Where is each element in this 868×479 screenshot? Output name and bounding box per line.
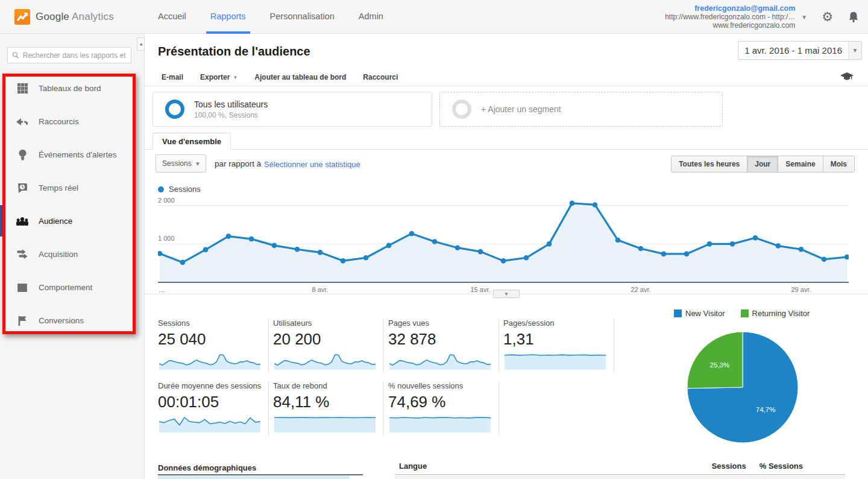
sidebar-item-label: Acquisition <box>39 250 78 259</box>
sessions-column-header[interactable]: Sessions <box>712 462 746 471</box>
demographics-underline <box>158 474 363 475</box>
nav-admin[interactable]: Admin <box>347 0 395 34</box>
sidebar-item-label: Temps réel <box>39 183 78 192</box>
chart-collapse-handle[interactable]: ▼ <box>493 290 520 298</box>
audience-people-icon <box>16 217 28 226</box>
metric-card-utilisateurs[interactable]: Utilisateurs 20 200 <box>273 319 382 370</box>
sidebar-item-temps-reel[interactable]: Temps réel <box>0 171 144 205</box>
search-input[interactable] <box>23 51 127 60</box>
metric-card-pages-vues[interactable]: Pages vues 32 878 <box>388 319 497 370</box>
demographics-selected-row[interactable] <box>158 476 350 479</box>
metric-label: Taux de rebond <box>273 381 382 392</box>
sidebar-item-evenements-alertes[interactable]: Événements d'alertes <box>0 138 144 171</box>
granularity-day-button[interactable]: Jour <box>747 156 778 173</box>
sidebar: Tableaux de bord Raccourcis Événements d… <box>0 34 145 479</box>
nav-accueil[interactable]: Accueil <box>146 0 198 34</box>
sessions-line-chart[interactable]: 1 0002 000…8 avr.15 avr.22 avr.29 avr. <box>158 198 849 296</box>
visitor-type-pie-chart[interactable]: 74,7%25,3% <box>680 327 807 451</box>
sidebar-item-label: Événements d'alertes <box>39 150 116 159</box>
card-separator <box>383 319 384 373</box>
card-separator <box>268 319 269 373</box>
pie-legend: New Visitor Returning Visitor <box>674 309 810 318</box>
metric-card-nouvelles-sessions[interactable]: % nouvelles sessions 74,69 % <box>388 381 497 433</box>
report-toolbar: E-mail Exporter▼ Ajouter au tableau de b… <box>145 69 868 86</box>
svg-text:…: … <box>159 286 165 293</box>
granularity-week-button[interactable]: Semaine <box>778 156 823 173</box>
granularity-buttons: Toutes les heures Jour Semaine Mois <box>671 156 855 173</box>
bell-icon[interactable] <box>848 10 860 24</box>
sessions-legend-label: Sessions <box>169 185 201 194</box>
account-view: www.fredericgonzalo.com <box>665 21 795 30</box>
language-table-row[interactable] <box>395 475 845 479</box>
sidebar-item-raccourcis[interactable]: Raccourcis <box>0 105 144 138</box>
card-separator <box>614 319 614 373</box>
conversions-flag-icon <box>16 316 28 326</box>
nav-rapports[interactable]: Rapports <box>198 0 258 34</box>
tab-vue-densemble[interactable]: Vue d'ensemble <box>153 133 231 150</box>
alert-bulb-icon <box>16 150 28 160</box>
gear-icon[interactable]: ⚙ <box>822 10 833 24</box>
new-sessions-sparkline <box>388 414 492 433</box>
brand-logo[interactable]: GoogleAnalytics <box>14 0 114 34</box>
shortcut-button[interactable]: Raccourci <box>354 73 406 81</box>
svg-text:2 000: 2 000 <box>158 198 175 204</box>
segment-ring-icon <box>165 100 184 119</box>
sidebar-collapse-button[interactable]: ◂ <box>137 37 145 51</box>
metric-card-taux-de-rebond[interactable]: Taux de rebond 84,11 % <box>273 381 382 433</box>
sidebar-item-tableaux-de-bord[interactable]: Tableaux de bord <box>0 72 144 105</box>
granularity-month-button[interactable]: Mois <box>823 156 855 173</box>
pct-sessions-column-header[interactable]: % Sessions <box>760 462 803 471</box>
nav-personnalisation[interactable]: Personnalisation <box>258 0 347 34</box>
intelligence-graduation-cap-icon[interactable] <box>840 72 854 81</box>
metric-select-dropdown[interactable]: Sessions ▼ <box>156 154 206 173</box>
pages-per-session-sparkline <box>503 352 607 370</box>
svg-text:74,7%: 74,7% <box>756 406 776 413</box>
sidebar-item-label: Comportement <box>39 283 92 292</box>
bounce-rate-sparkline <box>273 414 377 433</box>
add-to-dashboard-button[interactable]: Ajouter au tableau de bord <box>246 73 354 81</box>
add-segment-button[interactable]: + Ajouter un segment <box>439 92 723 127</box>
chart-legend: Sessions <box>158 185 201 194</box>
granularity-hourly-button[interactable]: Toutes les heures <box>671 156 747 173</box>
sessions-sparkline <box>158 352 262 370</box>
vs-label: par rapport à <box>215 159 261 168</box>
metric-label: % nouvelles sessions <box>388 381 497 392</box>
export-button[interactable]: Exporter▼ <box>192 73 246 81</box>
svg-text:8 avr.: 8 avr. <box>312 286 329 293</box>
legend-returning-visitor: Returning Visitor <box>741 309 810 318</box>
add-segment-label: + Ajouter un segment <box>481 104 561 114</box>
email-button[interactable]: E-mail <box>153 73 192 81</box>
realtime-clock-icon <box>16 183 28 194</box>
sidebar-item-label: Tableaux de bord <box>39 84 101 93</box>
svg-text:15 avr.: 15 avr. <box>470 286 490 293</box>
analytics-logo-icon <box>14 9 30 25</box>
segment-all-users[interactable]: Tous les utilisateurs 100,00 %, Sessions <box>153 92 432 127</box>
sidebar-item-comportement[interactable]: Comportement <box>0 271 144 304</box>
account-property: http://www.fredericgonzalo.com - http:/… <box>665 13 795 21</box>
top-nav: Accueil Rapports Personnalisation Admin <box>146 0 395 34</box>
metric-value: 74,69 % <box>388 393 497 412</box>
metric-value: 20 200 <box>273 330 382 349</box>
new-visitor-swatch <box>674 309 682 317</box>
behavior-layout-icon <box>16 284 28 292</box>
date-range-picker[interactable]: 1 avr. 2016 - 1 mai 2016 ▼ <box>738 41 862 60</box>
language-column-header[interactable]: Langue <box>399 462 427 471</box>
metric-card-duree-moyenne[interactable]: Durée moyenne des sessions 00:01:05 <box>158 381 266 433</box>
select-statistic-link[interactable]: Sélectionner une statistique <box>264 160 360 169</box>
sidebar-item-conversions[interactable]: Conversions <box>0 304 144 337</box>
sidebar-item-label: Audience <box>39 217 72 226</box>
metric-card-sessions[interactable]: Sessions 25 040 <box>158 319 266 370</box>
top-bar: GoogleAnalytics Accueil Rapports Personn… <box>0 0 868 34</box>
sidebar-item-audience[interactable]: Audience <box>0 205 144 238</box>
account-email: fredericgonzalo@gmail.com <box>665 4 795 13</box>
metric-card-pages-session[interactable]: Pages/session 1,31 <box>503 319 612 370</box>
account-selector[interactable]: fredericgonzalo@gmail.com http://www.fre… <box>665 4 807 30</box>
date-range-value: 1 avr. 2016 - 1 mai 2016 <box>738 42 848 59</box>
report-search[interactable] <box>7 47 131 63</box>
users-sparkline <box>273 352 377 370</box>
google-analytics-app: GoogleAnalytics Accueil Rapports Personn… <box>0 0 868 479</box>
sidebar-item-acquisition[interactable]: Acquisition <box>0 238 144 271</box>
demographics-title: Données démographiques <box>158 463 256 472</box>
segment-subtitle: 100,00 %, Sessions <box>194 111 268 119</box>
metric-label: Sessions <box>158 319 266 329</box>
